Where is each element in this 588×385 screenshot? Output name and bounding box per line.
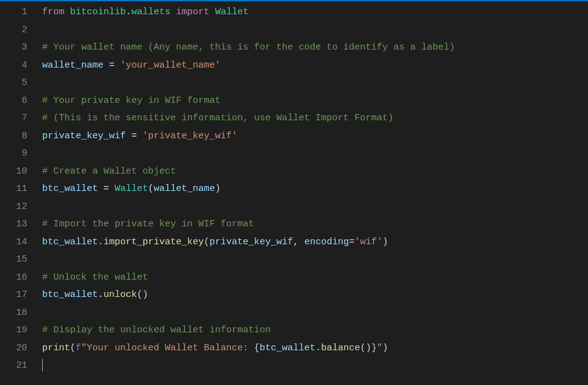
code-line[interactable]: # Create a Wallet object xyxy=(42,163,588,181)
token-mod: wallets xyxy=(131,7,170,17)
token-fn: balance xyxy=(321,343,360,353)
token-cmt: # Create a Wallet object xyxy=(42,166,176,177)
line-number: 20 xyxy=(0,340,27,358)
token-op: ( xyxy=(204,237,209,247)
token-op: ) xyxy=(215,184,221,194)
token-str: 'your_wallet_name' xyxy=(120,60,221,71)
token-cmt: # (This is the sensitive information, us… xyxy=(42,113,393,123)
token-op: = xyxy=(126,131,143,141)
line-number: 12 xyxy=(0,198,27,216)
line-number: 7 xyxy=(0,110,27,128)
token-fn: unlock xyxy=(103,290,137,300)
token-fn: import_private_key xyxy=(103,237,204,247)
token-mod: Wallet xyxy=(215,7,248,17)
token-var: private_key_wif xyxy=(42,131,126,141)
line-number: 13 xyxy=(0,216,27,234)
token-var: btc_wallet xyxy=(42,184,98,194)
token-str: " xyxy=(377,343,382,353)
line-number: 4 xyxy=(0,57,27,75)
code-line[interactable]: from bitcoinlib.wallets import Wallet xyxy=(42,4,588,22)
token-op xyxy=(170,7,176,17)
token-op: = xyxy=(98,184,115,194)
code-line[interactable]: btc_wallet.import_private_key(private_ke… xyxy=(42,234,588,252)
code-line[interactable] xyxy=(42,22,588,40)
code-line[interactable]: wallet_name = 'your_wallet_name' xyxy=(42,57,588,75)
token-op: = xyxy=(349,237,354,247)
token-op: ) xyxy=(382,343,388,353)
token-mod: bitcoinlib xyxy=(70,7,126,17)
line-number: 3 xyxy=(0,39,27,57)
code-content[interactable]: from bitcoinlib.wallets import Wallet# Y… xyxy=(38,4,588,385)
code-line[interactable]: btc_wallet.unlock() xyxy=(42,286,588,304)
token-cmt: # Import the private key in WIF format xyxy=(42,219,254,229)
line-number: 11 xyxy=(0,180,27,198)
code-line[interactable]: # (This is the sensitive information, us… xyxy=(42,110,588,128)
line-number: 21 xyxy=(0,357,27,375)
token-str: 'private_key_wif' xyxy=(143,131,237,141)
code-line[interactable]: print(f"Your unlocked Wallet Balance: {b… xyxy=(42,340,588,358)
token-op xyxy=(209,7,215,17)
line-number: 14 xyxy=(0,234,27,252)
token-op: () xyxy=(137,290,148,300)
text-cursor xyxy=(42,359,43,371)
token-op: { xyxy=(254,343,260,353)
token-var: encoding xyxy=(304,237,349,247)
token-str: "Your unlocked Wallet Balance: xyxy=(81,343,254,353)
token-op: . xyxy=(315,343,321,353)
code-line[interactable] xyxy=(42,74,588,92)
token-op: , xyxy=(293,237,304,247)
token-cmt: # Unlock the wallet xyxy=(42,272,148,283)
token-op: ( xyxy=(70,343,76,353)
code-editor[interactable]: 123456789101112131415161718192021 from b… xyxy=(0,1,588,385)
token-str: 'wif' xyxy=(354,237,382,247)
code-line[interactable]: # Your private key in WIF format xyxy=(42,92,588,110)
token-op: ) xyxy=(382,237,388,247)
token-var: wallet_name xyxy=(42,60,103,71)
token-op xyxy=(64,7,70,17)
code-line[interactable]: # Your wallet name (Any name, this is fo… xyxy=(42,39,588,57)
line-number: 2 xyxy=(0,22,27,40)
token-var: btc_wallet xyxy=(260,343,315,353)
token-mod: Wallet xyxy=(115,184,148,194)
token-op: . xyxy=(98,237,103,247)
line-number: 19 xyxy=(0,322,27,340)
token-cmt: # Your private key in WIF format xyxy=(42,95,221,106)
token-var: wallet_name xyxy=(154,184,215,194)
token-op: ( xyxy=(148,184,154,194)
line-number: 18 xyxy=(0,304,27,322)
code-line[interactable]: # Unlock the wallet xyxy=(42,269,588,287)
token-var: private_key_wif xyxy=(209,237,293,247)
code-line[interactable]: # Display the unlocked wallet informatio… xyxy=(42,322,588,340)
code-line[interactable]: btc_wallet = Wallet(wallet_name) xyxy=(42,180,588,198)
code-line[interactable] xyxy=(42,251,588,269)
line-number: 1 xyxy=(0,4,27,22)
token-op: . xyxy=(98,290,103,300)
line-number: 15 xyxy=(0,251,27,269)
token-op: = xyxy=(103,60,120,71)
line-number-gutter: 123456789101112131415161718192021 xyxy=(0,4,38,385)
token-var: btc_wallet xyxy=(42,237,98,247)
code-line[interactable] xyxy=(42,304,588,322)
code-line[interactable] xyxy=(42,357,588,375)
line-number: 17 xyxy=(0,286,27,304)
line-number: 10 xyxy=(0,163,27,181)
token-op: . xyxy=(126,7,131,17)
line-number: 5 xyxy=(0,74,27,92)
line-number: 6 xyxy=(0,92,27,110)
token-var: btc_wallet xyxy=(42,290,98,300)
code-line[interactable]: private_key_wif = 'private_key_wif' xyxy=(42,128,588,146)
line-number: 8 xyxy=(0,128,27,146)
token-blue: f xyxy=(76,343,81,353)
token-op: ()} xyxy=(360,343,377,353)
token-fn: print xyxy=(42,343,70,353)
line-number: 16 xyxy=(0,269,27,287)
token-cmt: # Display the unlocked wallet informatio… xyxy=(42,325,271,335)
token-kw: import xyxy=(176,7,209,17)
token-cmt: # Your wallet name (Any name, this is fo… xyxy=(42,42,455,53)
code-line[interactable]: # Import the private key in WIF format xyxy=(42,216,588,234)
code-line[interactable] xyxy=(42,198,588,216)
code-line[interactable] xyxy=(42,145,588,163)
token-kw: from xyxy=(42,7,64,17)
line-number: 9 xyxy=(0,145,27,163)
